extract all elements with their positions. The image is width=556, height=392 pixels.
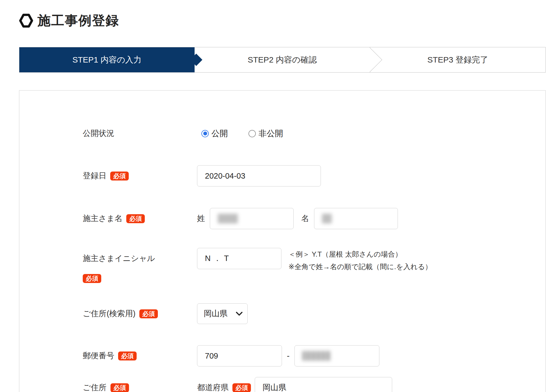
page-title: 施工事例登録 [38, 12, 119, 29]
required-badge: 必須 [110, 172, 129, 181]
address-label: ご住所 [83, 382, 107, 392]
required-badge: 必須 [126, 214, 145, 223]
required-badge: 必須 [139, 309, 158, 318]
form-row-address: ご住所 必須 都道府県 必須 岡山県 [83, 377, 537, 392]
owner-initial-hint-line2: ※全角で姓→名の順で記載（間に.を入れる） [288, 260, 432, 273]
publish-status-label: 公開状況 [83, 128, 114, 139]
postal-code-label: 郵便番号 [83, 350, 114, 361]
registration-date-label: 登録日 [83, 170, 106, 181]
redacted-first-name [322, 214, 332, 223]
redacted-postal-code [302, 351, 331, 361]
last-name-label: 姓 [197, 213, 205, 224]
form-row-address-search: ご住所(検索用) 必須 岡山県 [83, 303, 537, 325]
required-badge: 必須 [110, 383, 129, 392]
form-panel: 公開状況 公開 非公開 登録日 必須 2020-04-03 [19, 90, 546, 392]
radio-option-public[interactable]: 公開 [201, 128, 228, 139]
radio-public-label: 公開 [211, 128, 228, 139]
step-1: STEP1 内容の入力 [19, 47, 195, 72]
address-prefecture-value: 岡山県 [263, 382, 286, 392]
owner-initial-hint: ＜例＞ Y.T（屋根 太郎さんの場合） ※全角で姓→名の順で記載（間に.を入れる… [288, 248, 432, 273]
publish-status-radio-group: 公開 非公開 [197, 128, 283, 139]
step-2: STEP2 内容の確認 [195, 47, 370, 72]
radio-private-icon[interactable] [248, 130, 256, 137]
required-badge: 必須 [118, 351, 137, 360]
address-prefecture-input[interactable]: 岡山県 [255, 377, 392, 392]
step-progress-bar: STEP1 内容の入力 STEP2 内容の確認 STEP3 登録完了 [19, 47, 546, 73]
form-row-postal-code: 郵便番号 必須 709 - [83, 345, 537, 367]
prefecture-select-value: 岡山県 [204, 308, 228, 319]
form-row-registration-date: 登録日 必須 2020-04-03 [83, 165, 537, 187]
registration-page: 施工事例登録 STEP1 内容の入力 STEP2 内容の確認 STEP3 登録完… [0, 0, 556, 392]
radio-private-label: 非公開 [259, 128, 283, 139]
postal-code-input-2[interactable] [294, 345, 379, 366]
registration-date-input[interactable]: 2020-04-03 [197, 165, 321, 186]
owner-initial-hint-line1: ＜例＞ Y.T（屋根 太郎さんの場合） [288, 248, 432, 260]
required-badge: 必須 [232, 383, 251, 392]
page-header: 施工事例登録 [19, 12, 119, 29]
postal-code-value-1: 709 [205, 351, 218, 360]
step-1-label: STEP1 内容の入力 [72, 54, 142, 66]
form-row-owner-name: 施主さま名 必須 姓 名 [83, 208, 537, 229]
owner-name-label: 施主さま名 [83, 213, 122, 224]
redacted-last-name [218, 214, 238, 223]
step-2-label: STEP2 内容の確認 [248, 54, 317, 66]
address-search-label: ご住所(検索用) [83, 308, 136, 319]
first-name-label: 名 [301, 213, 309, 224]
radio-option-private[interactable]: 非公開 [248, 128, 283, 139]
step-3-label: STEP3 登録完了 [427, 54, 488, 66]
form-row-publish-status: 公開状況 公開 非公開 [83, 123, 537, 144]
owner-initial-input[interactable]: N．T [197, 248, 281, 269]
postal-code-separator: - [287, 351, 290, 360]
owner-initial-label: 施主さまイニシャル [83, 248, 155, 269]
last-name-input[interactable] [210, 208, 294, 229]
hexagon-icon [19, 13, 33, 29]
first-name-input[interactable] [314, 208, 398, 229]
chevron-down-icon [236, 312, 242, 316]
required-badge: 必須 [83, 274, 101, 283]
registration-date-value: 2020-04-03 [205, 172, 245, 181]
step-3: STEP3 登録完了 [370, 47, 545, 72]
form-row-owner-initial: 施主さまイニシャル 必須 N．T ＜例＞ Y.T（屋根 太郎さんの場合） ※全角… [83, 248, 537, 286]
postal-code-input-1[interactable]: 709 [197, 345, 282, 366]
owner-initial-value: N．T [205, 253, 232, 264]
prefecture-select[interactable]: 岡山県 [197, 303, 248, 324]
radio-public-selected-icon[interactable] [201, 130, 209, 137]
address-prefecture-label: 都道府県 [197, 382, 229, 392]
